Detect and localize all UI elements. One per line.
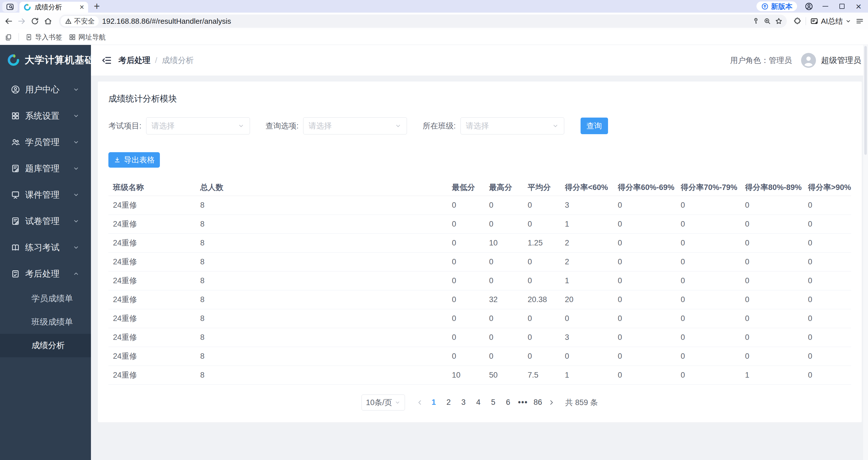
tab-search-icon [6,3,14,11]
browser-menu-icon[interactable] [856,17,864,26]
prev-page-icon[interactable] [413,399,426,406]
page-number-button[interactable]: 1 [426,398,441,407]
sidebar-collapse-icon[interactable] [101,55,112,66]
table-cell: 0 [803,196,851,215]
pages-copy-icon[interactable] [5,33,12,41]
table-cell: 0 [523,252,560,271]
page-numbers: 123456 [426,398,515,407]
tab-search-button[interactable] [2,2,18,12]
scrollbar-thumb[interactable] [864,46,867,155]
page-scrollbar[interactable] [863,45,868,460]
sidebar-item-courseware[interactable]: 课件管理 [0,182,91,208]
sidebar-subitem-score-analysis[interactable]: 成绩分析 [0,334,91,357]
table-cell: 0 [676,196,740,215]
sidebar-item-question-bank[interactable]: 题库管理 [0,155,91,182]
forward-icon[interactable] [17,17,26,26]
browser-tab[interactable]: 成绩分析 × [20,2,88,12]
table-cell: 0 [676,366,740,385]
avatar[interactable] [801,53,816,68]
breadcrumb-parent[interactable]: 考后处理 [118,55,150,66]
table-cell: 7.5 [523,366,560,385]
last-page-button[interactable]: 86 [530,398,545,407]
table-cell: 0 [447,271,485,290]
extensions-puzzle-icon[interactable] [793,17,802,26]
table-cell: 0 [803,234,851,252]
bookmark-star-icon[interactable] [775,17,783,25]
import-bookmarks-button[interactable]: 导入书签 [25,33,62,42]
exam-project-select[interactable]: 请选择 [146,117,250,134]
table-cell: 0 [485,347,523,366]
window-minimize-button[interactable] [820,1,830,11]
bookmarks-divider [19,33,19,41]
window-maximize-button[interactable] [837,1,847,11]
page-number-button[interactable]: 3 [456,398,471,407]
reload-icon[interactable] [30,17,39,26]
table-cell: 0 [740,271,803,290]
sidebar-subitem-student-transcript[interactable]: 学员成绩单 [0,287,91,310]
table-row: 24重修810507.510010 [108,366,851,385]
page-number-button[interactable]: 4 [471,398,486,407]
app-title: 大学计算机基础 [25,54,95,67]
pagination: 10条/页 123456 ••• 86 共 859 条 [108,395,851,410]
chevron-down-icon [552,122,559,129]
home-icon[interactable] [43,17,53,26]
table-cell: 0 [447,252,485,271]
total-count-label: 共 859 条 [565,397,598,408]
sidebar-item-user-center[interactable]: 用户中心 [0,76,91,103]
window-close-button[interactable]: × [854,1,863,11]
page-number-button[interactable]: 2 [441,398,456,407]
class-select[interactable]: 请选择 [461,117,564,134]
bookmarks-bar: 导入书签 网址导航 [0,30,868,45]
page-number-button[interactable]: 5 [486,398,500,407]
back-icon[interactable] [4,17,13,26]
query-button[interactable]: 查询 [581,118,608,134]
next-page-icon[interactable] [545,399,558,406]
sidebar-item-system-settings[interactable]: 系统设置 [0,103,91,129]
page-number-button[interactable]: 6 [500,398,515,407]
table-cell: 0 [523,347,560,366]
favicon-logo [24,3,31,11]
export-button[interactable]: 导出表格 [108,152,160,167]
user-name[interactable]: 超级管理员 [821,55,861,66]
sidebar-item-student-management[interactable]: 学员管理 [0,129,91,155]
sidebar-item-post-exam[interactable]: 考后处理 [0,260,91,287]
page-size-select[interactable]: 10条/页 [362,395,405,410]
table-cell: 0 [613,290,676,309]
browser-profile-icon[interactable] [804,1,814,11]
security-badge[interactable]: 不安全 [61,16,99,26]
zoom-in-icon[interactable] [763,17,771,25]
table-cell: 24重修 [108,252,196,271]
table-cell: 0 [740,215,803,234]
password-key-icon[interactable] [752,17,760,25]
table-cell: 0 [613,271,676,290]
column-header: 平均分 [523,179,560,196]
table-cell: 0 [676,271,740,290]
table-row: 24重修800010000 [108,215,851,234]
table-cell: 1 [740,366,803,385]
chevron-up-icon [73,270,80,277]
table-cell: 0 [740,234,803,252]
sidebar-subitem-class-transcript[interactable]: 班级成绩单 [0,310,91,334]
table-cell: 0 [803,215,851,234]
new-version-button[interactable]: 新版本 [756,1,797,11]
url-text[interactable]: 192.168.88.86/#/resultHandler/analysis [102,17,748,26]
table-cell: 0 [803,271,851,290]
table-cell: 0 [485,271,523,290]
sidebar-item-practice-exam[interactable]: 练习考试 [0,234,91,260]
ai-summary-button[interactable]: AI总结 [810,16,851,26]
toolbar-divider [806,17,806,25]
table-cell: 0 [447,309,485,328]
table-row: 24重修800030000 [108,196,851,215]
table-cell: 0 [740,328,803,347]
pagination-ellipsis[interactable]: ••• [515,398,530,407]
tab-close-icon[interactable]: × [80,3,84,11]
new-tab-button[interactable]: + [94,0,100,12]
table-cell: 8 [196,215,447,234]
table-cell: 8 [196,234,447,252]
sidebar-item-exam-papers[interactable]: 试卷管理 [0,208,91,234]
table-cell: 8 [196,290,447,309]
table-cell: 8 [196,309,447,328]
query-option-select[interactable]: 请选择 [303,117,407,134]
site-navigation-button[interactable]: 网址导航 [69,33,106,42]
address-bar[interactable]: 不安全 192.168.88.86/#/resultHandler/analys… [59,14,787,28]
